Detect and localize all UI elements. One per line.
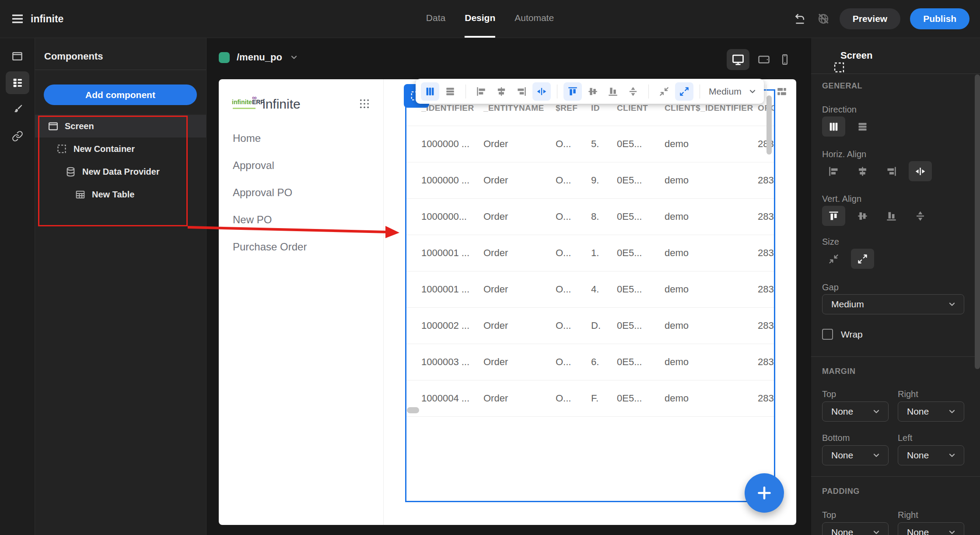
align-top-icon[interactable] <box>564 82 582 101</box>
cell: Order <box>483 393 556 404</box>
direction-rows-icon[interactable] <box>851 116 874 137</box>
align-center-h-icon[interactable] <box>492 82 511 101</box>
space-between-v-icon[interactable] <box>909 206 932 226</box>
margin-right-select[interactable]: None <box>898 401 964 422</box>
cell: D. <box>591 320 617 331</box>
align-left-icon[interactable] <box>472 82 490 101</box>
add-fab-button[interactable] <box>745 473 784 513</box>
shrink-icon[interactable] <box>822 249 845 269</box>
tree-item-container[interactable]: New Container <box>35 137 206 160</box>
table-row: 1000000...OrderO...8.0E5...demo283 <box>406 199 774 235</box>
column-header[interactable]: ID <box>591 103 617 113</box>
inspector-scrollbar[interactable] <box>975 74 980 369</box>
direction-columns-icon[interactable] <box>822 116 845 137</box>
table-row: 1000001 ...OrderO...4.0E5...demo283 <box>406 271 774 308</box>
align-middle-v-icon[interactable] <box>584 82 602 101</box>
align-bottom-icon[interactable] <box>604 82 622 101</box>
hamburger-icon[interactable] <box>10 12 24 26</box>
table-component[interactable]: _IDENTIFIER _ENTITYNAME $REF ID CLIENT C… <box>405 89 775 502</box>
align-center-h-icon[interactable] <box>851 161 874 181</box>
globe-disabled-icon[interactable] <box>817 12 830 25</box>
add-component-button[interactable]: Add component <box>44 84 197 105</box>
link-icon[interactable] <box>6 125 29 148</box>
plus-icon <box>756 484 773 502</box>
tab-data[interactable]: Data <box>426 0 445 38</box>
gap-select[interactable]: Medium <box>822 294 964 314</box>
align-middle-v-icon[interactable] <box>851 206 874 226</box>
table-horizontal-scrollbar[interactable] <box>407 407 419 413</box>
menu-item-approval-po[interactable]: Approval PO <box>233 187 307 199</box>
infinite-erp-logo: ∞ infiniteERP <box>232 99 265 106</box>
table-vertical-scrollbar[interactable] <box>766 95 772 155</box>
tab-automate[interactable]: Automate <box>514 0 554 38</box>
desktop-icon[interactable] <box>727 49 749 70</box>
cell: demo <box>665 320 758 331</box>
page-selector[interactable]: /menu_po <box>219 52 299 63</box>
divider <box>811 356 980 357</box>
column-header[interactable]: _ENTITYNAME <box>483 103 556 113</box>
space-between-v-icon[interactable] <box>624 82 642 101</box>
grid-dots-icon[interactable] <box>358 98 371 110</box>
wrap-checkbox[interactable] <box>822 329 833 340</box>
align-right-icon[interactable] <box>880 161 903 181</box>
window-icon <box>48 121 59 132</box>
phone-icon[interactable] <box>778 49 791 70</box>
tree-item-table[interactable]: New Table <box>35 183 206 206</box>
app-sidebar: ∞ infiniteERP infinite Home Approval App… <box>219 79 384 525</box>
menu-item-approval[interactable]: Approval <box>233 159 307 172</box>
margin-left-select[interactable]: None <box>898 445 964 465</box>
space-between-h-icon[interactable] <box>909 161 932 181</box>
section-margin: MARGIN <box>822 367 980 376</box>
undo-icon[interactable] <box>794 12 807 25</box>
tree-item-data-provider[interactable]: New Data Provider <box>35 160 206 183</box>
padding-right-select[interactable]: None <box>898 522 964 535</box>
direction-rows-icon[interactable] <box>441 82 459 101</box>
cell: Order <box>483 284 556 295</box>
expand-icon[interactable] <box>851 249 874 269</box>
divider <box>648 84 649 99</box>
menu-item-purchase-order[interactable]: Purchase Order <box>233 241 307 253</box>
layout-grid-icon[interactable] <box>773 82 791 101</box>
margin-bottom-select[interactable]: None <box>822 445 889 465</box>
gap-size-select[interactable]: Medium <box>706 86 760 97</box>
align-right-icon[interactable] <box>512 82 531 101</box>
align-top-icon[interactable] <box>822 206 845 226</box>
space-between-h-icon[interactable] <box>532 82 551 101</box>
align-left-icon[interactable] <box>822 161 845 181</box>
tree-item-screen[interactable]: Screen <box>35 115 206 137</box>
cell: Order <box>483 247 556 259</box>
padding-top-select[interactable]: None <box>822 522 889 535</box>
column-header[interactable]: $REF <box>556 103 591 113</box>
cell: 0E5... <box>617 393 665 404</box>
publish-button[interactable]: Publish <box>910 8 970 29</box>
padding-top-right-labels: Top Right <box>822 510 980 520</box>
menu-item-new-po[interactable]: New PO <box>233 214 307 226</box>
cell: 1000002 ... <box>421 320 483 331</box>
divider <box>466 84 466 99</box>
expand-icon[interactable] <box>675 82 693 101</box>
margin-top-right-labels: Top Right <box>822 389 980 399</box>
preview-button[interactable]: Preview <box>840 8 900 29</box>
component-tree-icon[interactable] <box>6 71 29 94</box>
margin-top-select[interactable]: None <box>822 401 889 422</box>
app-menu: Home Approval Approval PO New PO Purchas… <box>233 132 307 253</box>
cell: demo <box>665 211 758 222</box>
margin-bottom-left-labels: Bottom Left <box>822 433 980 443</box>
horiz-align-label: Horiz. Align <box>822 149 980 159</box>
chevron-down-icon <box>947 407 957 416</box>
align-bottom-icon[interactable] <box>880 206 903 226</box>
shrink-icon[interactable] <box>655 82 673 101</box>
mode-tabs: Data Design Automate <box>426 0 554 38</box>
cell: O... <box>556 138 591 150</box>
direction-columns-icon[interactable] <box>421 82 439 101</box>
column-header[interactable]: CLIENT$_IDENTIFIER <box>665 103 758 113</box>
top-bar: infinite Data Design Automate Preview Pu… <box>0 0 980 38</box>
column-header[interactable]: CLIENT <box>617 103 665 113</box>
tablet-icon[interactable] <box>756 49 771 70</box>
tab-design[interactable]: Design <box>465 0 495 38</box>
cell: 1000000 ... <box>421 138 483 150</box>
screens-icon[interactable] <box>6 45 29 67</box>
column-header[interactable]: _IDENTIFIER <box>421 103 483 113</box>
menu-item-home[interactable]: Home <box>233 132 307 144</box>
brush-icon[interactable] <box>6 98 29 121</box>
